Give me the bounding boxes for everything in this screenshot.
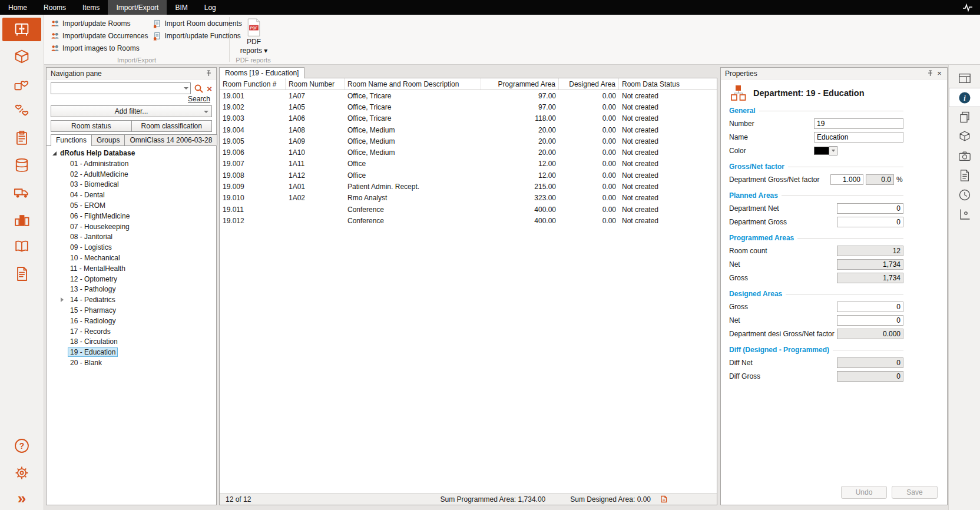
- collapsed-arrow-icon[interactable]: [61, 297, 68, 302]
- table-row[interactable]: 19.004 1A08 Office, Medium 20.00 0.00 No…: [220, 124, 717, 135]
- tree-item[interactable]: 09 - Logistics: [47, 242, 216, 253]
- sidebar-occurrences-button[interactable]: [0, 98, 44, 125]
- column-header-room-data-status[interactable]: Room Data Status: [619, 78, 717, 90]
- column-header-room-number[interactable]: Room Number: [286, 78, 345, 90]
- nav-tab[interactable]: Functions: [51, 134, 92, 146]
- ribbon-button[interactable]: Import/update Occurrences: [49, 30, 150, 42]
- pdf-reports-button[interactable]: PDF PDF reports ▾: [236, 18, 272, 55]
- room-classification-button[interactable]: Room classification: [131, 120, 213, 132]
- table-row[interactable]: 19.002 1A05 Office, Tricare 97.00 0.00 N…: [220, 101, 717, 112]
- nav-tab[interactable]: OmniClass 14 2006-03-28: [124, 134, 217, 145]
- diff-net-field[interactable]: [837, 357, 903, 368]
- tree-item[interactable]: 15 - Pharmacy: [47, 305, 216, 316]
- sidebar-logistics-button[interactable]: [0, 179, 44, 206]
- info-panel-button[interactable]: i: [949, 88, 980, 107]
- sidebar-documents-button[interactable]: [0, 125, 44, 152]
- table-row[interactable]: 19.011 Conference 400.00 0.00 Not create…: [220, 204, 717, 215]
- table-row[interactable]: 19.001 1A07 Office, Tricare 97.00 0.00 N…: [220, 90, 717, 101]
- plan-panel-button[interactable]: [949, 204, 980, 224]
- menu-tab[interactable]: Home: [0, 0, 35, 15]
- designed-factor-field[interactable]: [837, 329, 903, 339]
- history-panel-button[interactable]: [949, 185, 980, 204]
- nav-tab[interactable]: Groups: [91, 134, 125, 145]
- tree-item[interactable]: 12 - Optometry: [47, 274, 216, 284]
- menu-tab[interactable]: BIM: [167, 0, 196, 15]
- column-header-designed-area[interactable]: Designed Area: [559, 78, 619, 90]
- undo-button[interactable]: Undo: [841, 486, 887, 499]
- tree-item[interactable]: 07 - Housekeeping: [47, 221, 216, 232]
- diff-gross-field[interactable]: [837, 371, 903, 382]
- column-header-room-function[interactable]: Room Function #: [220, 78, 286, 90]
- table-row[interactable]: 19.007 1A11 Office 12.00 0.00 Not create…: [220, 158, 717, 170]
- tree-item[interactable]: 03 - Biomedical: [47, 180, 216, 190]
- tree-item[interactable]: 01 - Administration: [47, 158, 216, 169]
- room-count-field[interactable]: [837, 246, 903, 256]
- pin-icon[interactable]: [204, 69, 213, 78]
- menu-tab[interactable]: Import/Export: [108, 0, 167, 15]
- expanded-arrow-icon[interactable]: [52, 151, 57, 155]
- programmed-net-field[interactable]: [837, 259, 903, 270]
- tree-item[interactable]: 06 - FlightMedicine: [47, 211, 216, 221]
- search-icon[interactable]: [194, 84, 204, 94]
- settings-button[interactable]: [0, 459, 44, 486]
- room-status-button[interactable]: Room status: [51, 120, 132, 132]
- color-swatch[interactable]: [814, 147, 829, 155]
- name-field[interactable]: [814, 132, 903, 143]
- column-header-room-name[interactable]: Room Name and Room Description: [345, 78, 481, 90]
- gross-net-factor-field[interactable]: [830, 174, 863, 185]
- tree-item[interactable]: 05 - EROM: [47, 200, 216, 211]
- table-row[interactable]: 19.010 1A02 Rmo Analyst 323.00 0.00 Not …: [220, 193, 717, 204]
- rooms-document-tab[interactable]: Rooms [19 - Education]: [219, 67, 304, 78]
- help-button[interactable]: ?: [0, 432, 44, 459]
- tree-root[interactable]: dRofus Help Database: [47, 148, 216, 158]
- tree-item[interactable]: 20 - Blank: [47, 357, 216, 368]
- tree-item[interactable]: 08 - Janitorial: [47, 232, 216, 243]
- table-row[interactable]: 19.005 1A09 Office, Medium 20.00 0.00 No…: [220, 135, 717, 147]
- sidebar-items-button[interactable]: [0, 44, 44, 71]
- tree-item[interactable]: 14 - Pediatrics: [47, 294, 216, 305]
- sidebar-departments-button[interactable]: [0, 206, 44, 233]
- tree-item[interactable]: 02 - AdultMedicine: [47, 169, 216, 180]
- table-row[interactable]: 19.009 1A01 Patient Admin. Recept. 215.0…: [220, 181, 717, 192]
- table-row[interactable]: 19.006 1A10 Office, Medium 20.00 0.00 No…: [220, 147, 717, 158]
- table-row[interactable]: 19.012 Conference 400.00 0.00 Not create…: [220, 215, 717, 226]
- table-row[interactable]: 19.003 1A06 Office, Tricare 118.00 0.00 …: [220, 113, 717, 124]
- tree-item[interactable]: 04 - Dental: [47, 190, 216, 200]
- designed-gross-field[interactable]: [837, 302, 903, 312]
- documents-panel-button[interactable]: [949, 107, 980, 127]
- add-filter-button[interactable]: Add filter...: [51, 105, 212, 117]
- tree-item[interactable]: 19 - Education: [47, 347, 216, 357]
- search-input[interactable]: [51, 82, 191, 94]
- department-net-field[interactable]: [837, 203, 903, 214]
- gross-net-percent-field[interactable]: [866, 174, 894, 185]
- menu-tab[interactable]: Items: [74, 0, 108, 15]
- clear-search-icon[interactable]: ×: [207, 84, 212, 93]
- menu-tab[interactable]: Log: [196, 0, 224, 15]
- tree-item[interactable]: 13 - Pathology: [47, 284, 216, 295]
- activity-icon[interactable]: [962, 4, 973, 12]
- sidebar-log-button[interactable]: [0, 260, 44, 287]
- tree-item[interactable]: 18 - Circulation: [47, 337, 216, 347]
- designed-net-field[interactable]: [837, 315, 903, 326]
- sidebar-reports-button[interactable]: [0, 233, 44, 260]
- close-icon[interactable]: ×: [935, 69, 944, 78]
- sidebar-database-button[interactable]: [0, 152, 44, 179]
- sidebar-rooms-button[interactable]: [2, 18, 41, 41]
- search-dropdown-icon[interactable]: [184, 87, 188, 90]
- ribbon-button[interactable]: Import images to Rooms: [49, 42, 150, 54]
- collapse-sidebar-button[interactable]: »: [0, 486, 44, 510]
- programmed-gross-field[interactable]: [837, 273, 903, 283]
- tree-item[interactable]: 11 - MentalHealth: [47, 263, 216, 274]
- tree-item[interactable]: 17 - Records: [47, 326, 216, 337]
- images-panel-button[interactable]: [949, 146, 980, 165]
- reports-panel-button[interactable]: [949, 165, 980, 185]
- department-gross-field[interactable]: [837, 217, 903, 227]
- menu-tab[interactable]: Rooms: [35, 0, 74, 15]
- search-link[interactable]: Search: [188, 95, 210, 103]
- pin-icon[interactable]: [925, 69, 935, 78]
- layout-panel-button[interactable]: [949, 68, 980, 88]
- color-dropdown-button[interactable]: [829, 146, 837, 155]
- ribbon-button[interactable]: Import/update Rooms: [49, 18, 150, 29]
- table-row[interactable]: 19.008 1A12 Office 12.00 0.00 Not create…: [220, 170, 717, 181]
- save-button[interactable]: Save: [892, 486, 938, 499]
